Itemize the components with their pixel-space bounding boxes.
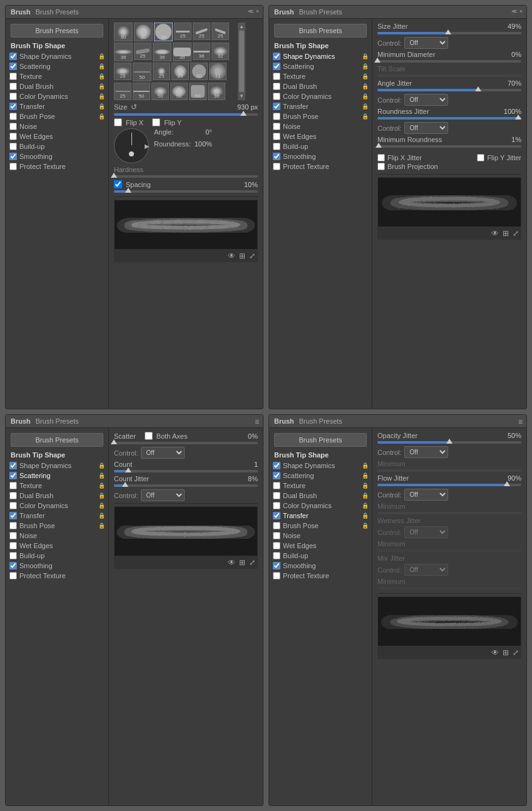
- sidebar-item-wet-edges-2[interactable]: Wet Edges: [269, 131, 372, 141]
- brush-thumb-18[interactable]: 25: [114, 83, 131, 100]
- sidebar-item-noise-3[interactable]: Noise: [6, 531, 108, 541]
- roundness-jitter-slider[interactable]: [377, 117, 521, 120]
- eye-icon-3[interactable]: 👁: [228, 558, 235, 567]
- expand-icon-3[interactable]: ⤢: [249, 558, 255, 567]
- scattering-check-4[interactable]: [273, 472, 280, 479]
- sidebar-item-transfer-3[interactable]: Transfer 🔒: [6, 511, 108, 521]
- sidebar-item-texture-4[interactable]: Texture 🔒: [269, 481, 372, 491]
- transfer-check-2[interactable]: [273, 103, 280, 110]
- sidebar-item-dual-brush-1[interactable]: Dual Brush 🔒: [6, 81, 108, 91]
- grid-icon-2[interactable]: ⊞: [503, 229, 509, 238]
- flow-jitter-slider[interactable]: [377, 484, 521, 486]
- sidebar-item-transfer-4[interactable]: Transfer 🔒: [269, 511, 372, 521]
- sidebar-item-scattering-4[interactable]: Scattering 🔒: [269, 471, 372, 481]
- brush-thumb-3[interactable]: 25: [174, 23, 192, 40]
- sidebar-item-color-dynamics-2[interactable]: Color Dynamics 🔒: [269, 91, 372, 101]
- sidebar-item-noise-1[interactable]: Noise: [6, 121, 108, 131]
- control-select-fj[interactable]: Off: [404, 489, 448, 501]
- hardness-slider[interactable]: [114, 175, 258, 178]
- build-up-check-4[interactable]: [273, 552, 280, 559]
- sidebar-item-shape-dynamics-3[interactable]: Shape Dynamics 🔒: [6, 461, 108, 471]
- close-icon-2[interactable]: ×: [519, 8, 523, 14]
- build-up-check-3[interactable]: [9, 552, 17, 559]
- smoothing-check-4[interactable]: [273, 562, 280, 569]
- brush-tip-shape-title-2[interactable]: Brush Tip Shape: [269, 40, 372, 51]
- brush-tip-shape-title-3[interactable]: Brush Tip Shape: [6, 449, 108, 461]
- sidebar-item-color-dynamics-1[interactable]: Color Dynamics 🔒: [6, 91, 108, 101]
- control-select-cj[interactable]: Off: [141, 489, 185, 501]
- sidebar-item-scattering-1[interactable]: Scattering 🔒: [6, 61, 108, 71]
- sidebar-item-wet-edges-3[interactable]: Wet Edges: [6, 541, 108, 551]
- scroll-down-icon[interactable]: ▼: [239, 93, 244, 99]
- angle-circle[interactable]: ▶: [114, 128, 149, 163]
- spacing-slider[interactable]: [114, 190, 258, 193]
- expand-icon-4[interactable]: ⤢: [513, 648, 519, 657]
- shape-dynamics-check-3[interactable]: [9, 462, 17, 469]
- brush-thumb-6[interactable]: 36: [114, 43, 133, 61]
- sidebar-item-texture-1[interactable]: Texture 🔒: [6, 71, 108, 81]
- close-icon-1[interactable]: ×: [256, 8, 259, 14]
- brush-tip-shape-title-4[interactable]: Brush Tip Shape: [269, 449, 372, 461]
- brush-thumb-23[interactable]: 36: [208, 83, 225, 100]
- color-dynamics-check-2[interactable]: [273, 93, 280, 100]
- sidebar-item-noise-4[interactable]: Noise: [269, 531, 372, 541]
- menu-icon-3[interactable]: ≡: [255, 417, 259, 426]
- sidebar-item-scattering-3[interactable]: Scattering 🔒: [6, 471, 108, 481]
- shape-dynamics-check-4[interactable]: [273, 462, 280, 469]
- min-roundness-slider[interactable]: [377, 145, 521, 148]
- control-select-rj[interactable]: Off: [404, 122, 448, 134]
- brush-thumb-9[interactable]: 36: [173, 43, 192, 61]
- sidebar-item-wet-edges-1[interactable]: Wet Edges: [6, 131, 108, 141]
- shape-dynamics-check-1[interactable]: [9, 53, 17, 60]
- brush-pose-check-1[interactable]: [9, 113, 17, 120]
- control-select-sj[interactable]: OffFadePen Pressure: [404, 37, 448, 49]
- sidebar-item-color-dynamics-4[interactable]: Color Dynamics 🔒: [269, 501, 372, 511]
- grid-icon-4[interactable]: ⊞: [503, 648, 509, 657]
- spacing-check[interactable]: [114, 180, 122, 188]
- sidebar-item-dual-brush-3[interactable]: Dual Brush 🔒: [6, 491, 108, 501]
- texture-check-2[interactable]: [273, 73, 280, 80]
- flip-x-jitter-check[interactable]: [377, 154, 385, 161]
- brush-pose-check-3[interactable]: [9, 522, 17, 529]
- color-dynamics-check-4[interactable]: [273, 502, 280, 509]
- sidebar-item-build-up-3[interactable]: Build-up: [6, 551, 108, 561]
- color-dynamics-check-3[interactable]: [9, 502, 17, 509]
- texture-check-1[interactable]: [9, 73, 17, 80]
- scatter-slider[interactable]: [114, 442, 258, 444]
- brush-thumb-1[interactable]: 30: [134, 23, 153, 41]
- brush-tip-shape-title[interactable]: Brush Tip Shape: [6, 40, 108, 51]
- size-reset-icon[interactable]: ↺: [131, 103, 137, 111]
- sidebar-item-wet-edges-4[interactable]: Wet Edges: [269, 541, 372, 551]
- sidebar-item-smoothing-3[interactable]: Smoothing: [6, 561, 108, 571]
- smoothing-check-3[interactable]: [9, 562, 17, 569]
- panel-subtitle-3[interactable]: Brush Presets: [36, 417, 79, 425]
- sidebar-item-smoothing-4[interactable]: Smoothing: [269, 561, 372, 571]
- sidebar-item-scattering-2[interactable]: Scattering 🔒: [269, 61, 372, 71]
- brush-thumb-19[interactable]: 50: [133, 83, 150, 100]
- collapse-icon-1[interactable]: ≪: [248, 8, 253, 14]
- brush-thumb-10[interactable]: 36: [193, 43, 210, 60]
- sidebar-item-noise-2[interactable]: Noise: [269, 121, 372, 131]
- collapse-icon-2[interactable]: ≪: [511, 8, 517, 14]
- presets-button-2[interactable]: Brush Presets: [274, 24, 367, 38]
- min-diameter-slider[interactable]: [377, 60, 521, 63]
- noise-check-4[interactable]: [273, 532, 280, 539]
- shape-dynamics-check-2[interactable]: [273, 53, 280, 60]
- angle-jitter-slider[interactable]: [377, 89, 521, 91]
- build-up-check-2[interactable]: [273, 143, 280, 150]
- scroll-up-icon[interactable]: ▲: [239, 24, 244, 29]
- control-select-scatter[interactable]: Off: [141, 447, 185, 459]
- sidebar-item-protect-texture-1[interactable]: Protect Texture: [6, 161, 108, 171]
- sidebar-item-texture-2[interactable]: Texture 🔒: [269, 71, 372, 81]
- sidebar-item-smoothing-2[interactable]: Smoothing: [269, 151, 372, 161]
- opacity-jitter-slider[interactable]: [377, 441, 521, 444]
- noise-check-1[interactable]: [9, 123, 17, 130]
- brush-thumb-7[interactable]: 25: [134, 43, 151, 60]
- protect-texture-check-4[interactable]: [273, 572, 280, 579]
- protect-texture-check-2[interactable]: [273, 163, 280, 170]
- noise-check-3[interactable]: [9, 532, 17, 539]
- control-select-oj[interactable]: Off: [404, 446, 448, 458]
- protect-texture-check-3[interactable]: [9, 572, 17, 579]
- smoothing-check-2[interactable]: [273, 153, 280, 160]
- sidebar-item-color-dynamics-3[interactable]: Color Dynamics 🔒: [6, 501, 108, 511]
